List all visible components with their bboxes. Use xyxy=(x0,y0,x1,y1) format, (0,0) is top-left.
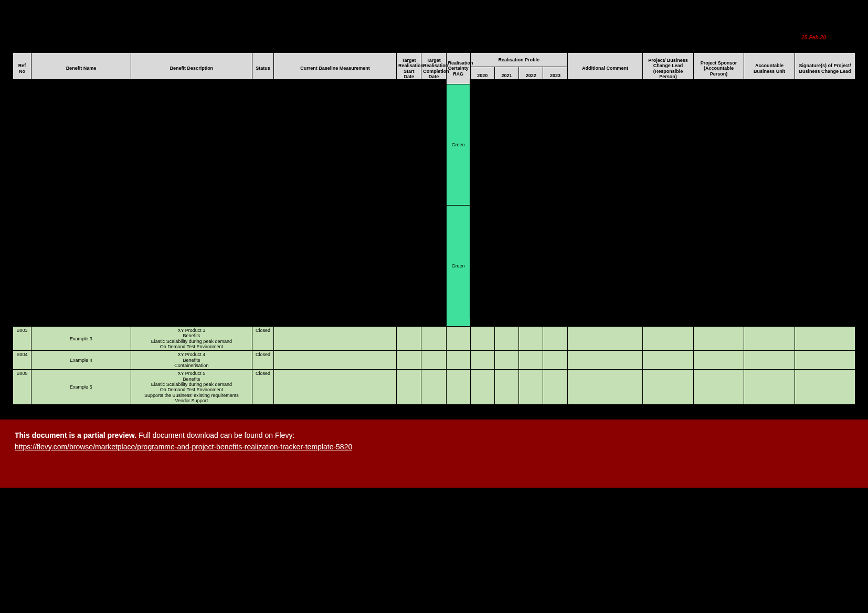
cell-lead xyxy=(643,206,694,327)
cell-2020 xyxy=(470,327,494,351)
cell-start xyxy=(397,84,421,206)
cell-ref xyxy=(13,84,31,206)
col-2023: 2023 xyxy=(543,67,567,84)
cell-2022 xyxy=(519,84,543,206)
table-row: Green xyxy=(13,84,855,206)
cell-end xyxy=(421,370,446,405)
col-rag: Realisation Certainty RAG xyxy=(446,53,470,84)
cell-baseline xyxy=(273,351,396,370)
header-date: 25-Feb-20 xyxy=(801,35,826,40)
cell-2023 xyxy=(543,351,567,370)
col-sponsor: Project Sponsor (Accountable Person) xyxy=(693,53,744,84)
cell-end xyxy=(421,206,446,327)
cell-sponsor xyxy=(693,327,744,351)
cell-desc: XY Product 3 Benefits Elastic Scalabilit… xyxy=(131,327,252,351)
cell-sign xyxy=(795,327,855,351)
col-lead: Project/ Business Change Lead (Responsib… xyxy=(643,53,694,84)
cell-comment xyxy=(567,327,643,351)
cell-sponsor xyxy=(693,351,744,370)
cell-sign xyxy=(795,206,855,327)
preview-banner: This document is a partial preview. Full… xyxy=(0,420,868,488)
col-sign: Signature(s) of Project/ Business Change… xyxy=(795,53,855,84)
cell-comment xyxy=(567,84,643,206)
cell-desc: XY Product 5 Benefits Elastic Scalabilit… xyxy=(131,370,252,405)
banner-bold-text: This document is a partial preview. xyxy=(15,431,136,439)
cell-name: Example 3 xyxy=(31,327,131,351)
col-status: Status xyxy=(252,53,273,84)
cell-name: Example 5 xyxy=(31,370,131,405)
cell-2020 xyxy=(470,84,494,206)
cell-sign xyxy=(795,370,855,405)
cell-2020 xyxy=(470,206,494,327)
cell-baseline xyxy=(273,206,396,327)
table-row: B005 Example 5 XY Product 5 Benefits Ela… xyxy=(13,370,855,405)
cell-2023 xyxy=(543,370,567,405)
benefits-table: Ref No Benefit Name Benefit Description … xyxy=(13,52,855,405)
sheet: 25-Feb-20 Ref No Benefit Name Benefit De… xyxy=(0,0,868,613)
cell-ref: B005 xyxy=(13,370,31,405)
cell-baseline xyxy=(273,327,396,351)
cell-lead xyxy=(643,370,694,405)
col-name: Benefit Name xyxy=(31,53,131,84)
cell-status: Closed xyxy=(252,370,273,405)
cell-end xyxy=(421,84,446,206)
cell-sign xyxy=(795,84,855,206)
table-row: B004 Example 4 XY Product 4 Benefits Con… xyxy=(13,351,855,370)
col-2022: 2022 xyxy=(519,67,543,84)
col-profile: Realisation Profile xyxy=(470,53,567,67)
cell-desc xyxy=(131,84,252,206)
cell-2023 xyxy=(543,84,567,206)
cell-comment xyxy=(567,206,643,327)
banner-text-line: This document is a partial preview. Full… xyxy=(15,431,853,439)
cell-2023 xyxy=(543,327,567,351)
cell-sponsor xyxy=(693,370,744,405)
cell-2022 xyxy=(519,351,543,370)
cell-2021 xyxy=(494,206,518,327)
cell-status xyxy=(252,206,273,327)
cell-2022 xyxy=(519,327,543,351)
col-desc: Benefit Description xyxy=(131,53,252,84)
cell-start xyxy=(397,351,421,370)
cell-2020 xyxy=(470,351,494,370)
cell-rag xyxy=(446,370,470,405)
cell-ref: B004 xyxy=(13,351,31,370)
cell-2021 xyxy=(494,84,518,206)
banner-rest-text: Full document download can be found on F… xyxy=(136,431,294,439)
cell-comment xyxy=(567,370,643,405)
col-comment: Additional Comment xyxy=(567,53,643,84)
cell-start xyxy=(397,370,421,405)
table-header: Ref No Benefit Name Benefit Description … xyxy=(13,53,855,84)
table-row: B003 Example 3 XY Product 3 Benefits Ela… xyxy=(13,327,855,351)
cell-start xyxy=(397,327,421,351)
cell-unit xyxy=(744,84,795,206)
cell-2022 xyxy=(519,206,543,327)
cell-2021 xyxy=(494,327,518,351)
cell-status: Closed xyxy=(252,351,273,370)
col-ref: Ref No xyxy=(13,53,31,84)
cell-unit xyxy=(744,327,795,351)
cell-desc xyxy=(131,206,252,327)
col-baseline: Current Baseline Measurement xyxy=(273,53,396,84)
col-2020: 2020 xyxy=(470,67,494,84)
cell-ref xyxy=(13,206,31,327)
cell-status xyxy=(252,84,273,206)
cell-2023 xyxy=(543,206,567,327)
cell-baseline xyxy=(273,370,396,405)
cell-name xyxy=(31,84,131,206)
cell-2022 xyxy=(519,370,543,405)
cell-unit xyxy=(744,351,795,370)
cell-ref: B003 xyxy=(13,327,31,351)
cell-end xyxy=(421,351,446,370)
cell-status: Closed xyxy=(252,327,273,351)
cell-unit xyxy=(744,206,795,327)
table-row: Green xyxy=(13,206,855,327)
cell-2020 xyxy=(470,370,494,405)
cell-sponsor xyxy=(693,84,744,206)
cell-desc: XY Product 4 Benefits Containerisation xyxy=(131,351,252,370)
cell-lead xyxy=(643,351,694,370)
cell-2021 xyxy=(494,370,518,405)
col-end: Target Realisation Completion Date xyxy=(421,53,446,84)
cell-start xyxy=(397,206,421,327)
cell-2021 xyxy=(494,351,518,370)
banner-link[interactable]: https://flevy.com/browse/marketplace/pro… xyxy=(15,443,352,451)
